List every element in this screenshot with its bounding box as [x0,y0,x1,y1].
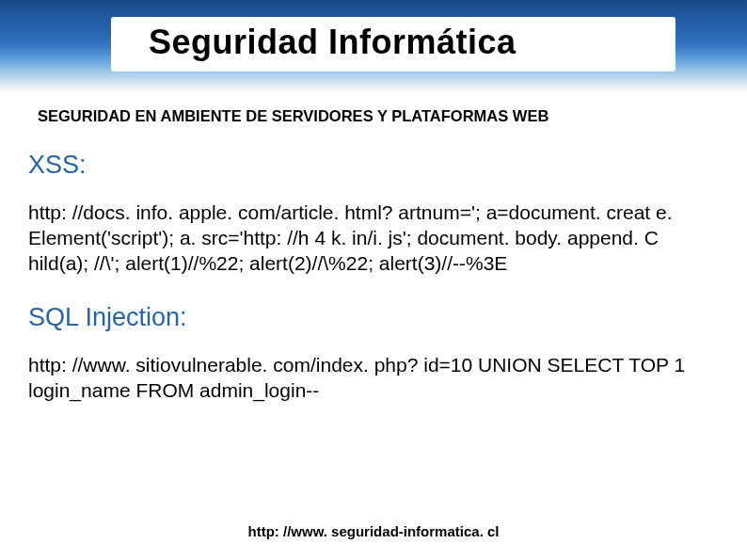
slide-title: Seguridad Informática [149,23,638,62]
slide-subtitle: SEGURIDAD EN AMBIENTE DE SERVIDORES Y PL… [38,107,548,125]
content-area: XSS: http: //docs. info. apple. com/arti… [28,151,709,403]
section-body-sql: http: //www. sitiovulnerable. com/index.… [28,353,709,404]
section-body-xss: http: //docs. info. apple. com/article. … [28,200,709,277]
title-box: Seguridad Informática [111,17,675,72]
footer-url: http: //www. seguridad-informatica. cl [0,523,747,539]
section-heading-xss: XSS: [28,151,709,180]
section-heading-sql: SQL Injection: [28,303,709,332]
header-gradient: Seguridad Informática [0,0,747,94]
